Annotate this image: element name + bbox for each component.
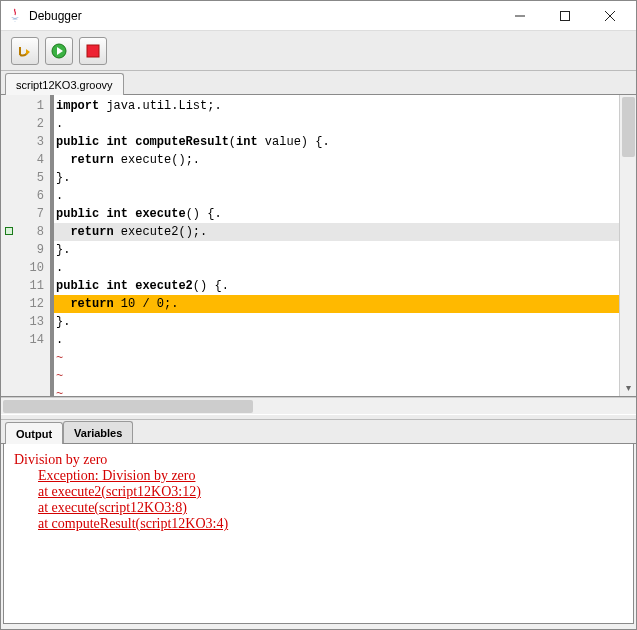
code-line[interactable]: public int execute2() {. — [54, 277, 619, 295]
file-tab[interactable]: script12KO3.groovy — [5, 73, 124, 95]
code-line[interactable]: return execute2();. — [54, 223, 619, 241]
bottom-tab-bar: Output Variables — [1, 420, 636, 444]
line-number[interactable]: 2 — [1, 115, 50, 133]
tab-output-label: Output — [16, 428, 52, 440]
empty-line: ~ — [54, 367, 619, 385]
code-line[interactable]: public int execute() {. — [54, 205, 619, 223]
output-trace-line[interactable]: at execute2(script12KO3:12) — [38, 484, 623, 500]
output-exception[interactable]: Exception: Division by zero — [38, 468, 623, 484]
code-line[interactable]: }. — [54, 169, 619, 187]
window-title: Debugger — [29, 9, 497, 23]
scrollbar-thumb[interactable] — [622, 97, 635, 157]
svg-rect-5 — [87, 45, 99, 57]
output-error-heading: Division by zero — [14, 452, 623, 468]
output-trace-line[interactable]: at computeResult(script12KO3:4) — [38, 516, 623, 532]
empty-line: ~ — [54, 385, 619, 396]
stop-button[interactable] — [79, 37, 107, 65]
line-number[interactable]: 5 — [1, 169, 50, 187]
output-panel: Division by zero Exception: Division by … — [3, 444, 634, 624]
line-number[interactable]: 8 — [1, 223, 50, 241]
line-number[interactable]: 13 — [1, 313, 50, 331]
file-tab-label: script12KO3.groovy — [16, 79, 113, 91]
output-trace-line[interactable]: at execute(script12KO3:8) — [38, 500, 623, 516]
editor-tab-bar: script12KO3.groovy — [1, 71, 636, 95]
maximize-button[interactable] — [542, 2, 587, 30]
scroll-down-arrow[interactable]: ▾ — [620, 379, 637, 396]
close-button[interactable] — [587, 2, 632, 30]
line-number[interactable]: 12 — [1, 295, 50, 313]
toolbar — [1, 31, 636, 71]
step-button[interactable] — [11, 37, 39, 65]
scrollbar-thumb[interactable] — [3, 400, 253, 413]
code-line[interactable]: }. — [54, 313, 619, 331]
code-line[interactable]: . — [54, 331, 619, 349]
line-number[interactable]: 9 — [1, 241, 50, 259]
code-line[interactable]: import java.util.List;. — [54, 97, 619, 115]
code-line[interactable]: public int computeResult(int value) {. — [54, 133, 619, 151]
code-line[interactable]: . — [54, 259, 619, 277]
minimize-button[interactable] — [497, 2, 542, 30]
java-app-icon — [7, 8, 23, 24]
svg-rect-1 — [560, 11, 569, 20]
line-number[interactable]: 11 — [1, 277, 50, 295]
run-button[interactable] — [45, 37, 73, 65]
line-gutter[interactable]: 1234567891011121314 — [1, 95, 51, 396]
line-number[interactable]: 10 — [1, 259, 50, 277]
line-number[interactable]: 6 — [1, 187, 50, 205]
code-editor[interactable]: import java.util.List;..public int compu… — [51, 95, 619, 396]
code-line[interactable]: return 10 / 0;. — [54, 295, 619, 313]
code-line[interactable]: . — [54, 115, 619, 133]
code-line[interactable]: return execute();. — [54, 151, 619, 169]
tab-variables[interactable]: Variables — [63, 421, 133, 443]
editor-area: 1234567891011121314 import java.util.Lis… — [1, 95, 636, 397]
title-bar: Debugger — [1, 1, 636, 31]
horizontal-scrollbar[interactable] — [1, 397, 636, 414]
line-number[interactable]: 1 — [1, 97, 50, 115]
tab-output[interactable]: Output — [5, 422, 63, 444]
line-number[interactable]: 4 — [1, 151, 50, 169]
empty-line: ~ — [54, 349, 619, 367]
line-number[interactable]: 14 — [1, 331, 50, 349]
tab-variables-label: Variables — [74, 427, 122, 439]
line-number[interactable]: 7 — [1, 205, 50, 223]
line-number[interactable]: 3 — [1, 133, 50, 151]
code-line[interactable]: . — [54, 187, 619, 205]
code-line[interactable]: }. — [54, 241, 619, 259]
breakpoint-marker[interactable] — [5, 227, 13, 235]
vertical-scrollbar[interactable]: ▾ — [619, 95, 636, 396]
